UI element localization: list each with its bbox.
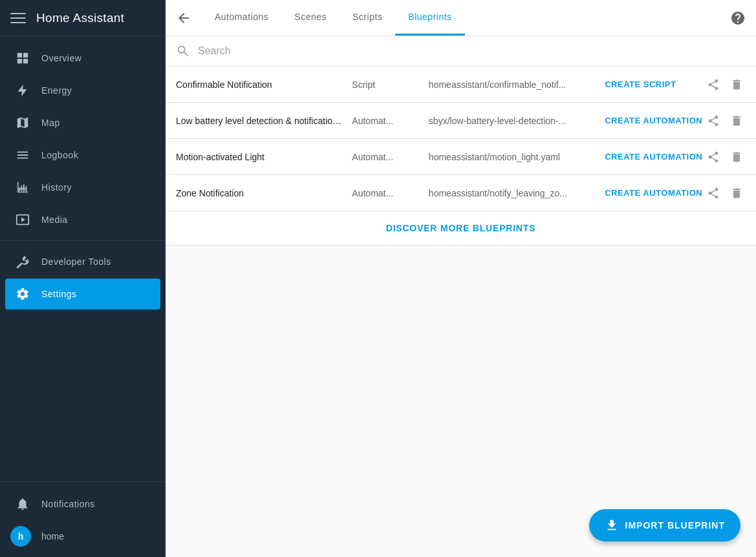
blueprint-type: Script <box>352 79 429 90</box>
help-button[interactable] <box>730 10 746 26</box>
svg-rect-10 <box>26 186 27 191</box>
sidebar-item-media[interactable]: Media <box>5 204 160 235</box>
svg-rect-3 <box>17 53 22 58</box>
import-blueprint-fab: IMPORT BLUEPRINT <box>589 509 740 541</box>
sidebar-item-map[interactable]: Map <box>5 107 160 138</box>
sidebar-bottom: Notifications h home <box>0 481 166 557</box>
svg-rect-8 <box>21 185 22 191</box>
map-icon <box>16 116 31 130</box>
list-icon <box>16 148 31 162</box>
blueprint-action-col: CREATE AUTOMATION <box>605 188 704 198</box>
svg-rect-7 <box>19 187 20 191</box>
svg-rect-5 <box>17 59 22 63</box>
sidebar-divider <box>0 240 166 241</box>
sidebar-item-label: Map <box>41 118 60 128</box>
blueprint-action-col: CREATE AUTOMATION <box>605 116 704 125</box>
create-automation-button-1[interactable]: CREATE AUTOMATION <box>605 116 702 125</box>
share-icon[interactable] <box>704 148 722 166</box>
blueprint-type: Automat... <box>352 116 429 126</box>
sidebar-nav: Overview Energy Map <box>0 36 166 481</box>
blueprint-name: Confirmable Notification <box>176 79 352 90</box>
delete-icon[interactable] <box>728 76 746 94</box>
blueprint-name: Low battery level detection & notificati… <box>176 116 352 126</box>
discover-more-link[interactable]: DISCOVER MORE BLUEPRINTS <box>386 223 536 233</box>
sidebar-item-history[interactable]: History <box>5 172 160 203</box>
share-icon[interactable] <box>704 112 722 130</box>
tab-blueprints[interactable]: Blueprints <box>395 0 464 36</box>
avatar: h <box>10 526 31 547</box>
sidebar-item-label: Energy <box>41 85 72 96</box>
svg-rect-4 <box>23 53 28 58</box>
sidebar-item-notifications[interactable]: Notifications <box>5 489 160 520</box>
blueprint-type: Automat... <box>352 188 429 198</box>
blueprint-path: homeassistant/motion_light.yaml <box>429 152 605 162</box>
sidebar-toggle-icon[interactable] <box>10 10 26 26</box>
import-blueprint-button[interactable]: IMPORT BLUEPRINT <box>589 509 740 541</box>
sidebar-item-logbook[interactable]: Logbook <box>5 140 160 171</box>
search-icon <box>176 44 190 58</box>
blueprints-table: Confirmable Notification Script homeassi… <box>166 67 756 557</box>
sidebar-user[interactable]: h home <box>0 521 166 552</box>
app-title: Home Assistant <box>36 11 124 25</box>
row-icons <box>704 184 746 202</box>
tab-scripts[interactable]: Scripts <box>340 0 395 36</box>
blueprint-name: Motion-activated Light <box>176 152 352 162</box>
row-icons <box>704 148 746 166</box>
search-bar <box>166 36 756 67</box>
import-button-label: IMPORT BLUEPRINT <box>625 520 725 531</box>
sidebar-item-overview[interactable]: Overview <box>5 43 160 74</box>
sidebar-item-energy[interactable]: Energy <box>5 75 160 106</box>
delete-icon[interactable] <box>728 148 746 166</box>
sidebar-item-label: Logbook <box>41 150 78 160</box>
svg-rect-1 <box>10 17 26 19</box>
svg-rect-0 <box>10 13 26 14</box>
tab-automations[interactable]: Automations <box>202 0 281 36</box>
create-automation-button-2[interactable]: CREATE AUTOMATION <box>605 152 702 162</box>
discover-more-row: DISCOVER MORE BLUEPRINTS <box>166 211 756 246</box>
blueprint-name: Zone Notification <box>176 188 352 198</box>
blueprint-path: homeassistant/confirmable_notif... <box>429 79 605 90</box>
sidebar-item-developer-tools[interactable]: Developer Tools <box>5 246 160 277</box>
sidebar-item-label: Settings <box>41 289 77 299</box>
svg-rect-9 <box>23 184 25 191</box>
sidebar-item-label: Overview <box>41 53 81 63</box>
tab-scenes[interactable]: Scenes <box>281 0 340 36</box>
svg-rect-2 <box>10 22 26 23</box>
blueprint-type: Automat... <box>352 152 429 162</box>
sidebar-item-label: Developer Tools <box>41 257 111 267</box>
search-input[interactable] <box>198 45 746 57</box>
share-icon[interactable] <box>704 76 722 94</box>
wrench-icon <box>16 255 31 269</box>
share-icon[interactable] <box>704 184 722 202</box>
bell-icon <box>16 497 31 511</box>
topnav-tabs: Automations Scenes Scripts Blueprints <box>202 0 730 36</box>
sidebar-item-label: History <box>41 182 72 193</box>
blueprint-path: sbyx/low-battery-level-detection-... <box>429 116 605 126</box>
delete-icon[interactable] <box>728 112 746 130</box>
sidebar: Home Assistant Overview Energy <box>0 0 166 557</box>
sidebar-item-settings[interactable]: Settings <box>5 278 160 310</box>
topnav: Automations Scenes Scripts Blueprints <box>166 0 756 36</box>
back-button[interactable] <box>176 10 191 26</box>
table-row: Zone Notification Automat... homeassista… <box>166 175 756 211</box>
sidebar-item-label: Notifications <box>41 499 95 509</box>
table-row: Motion-activated Light Automat... homeas… <box>166 139 756 175</box>
blueprint-path: homeassistant/notify_leaving_zo... <box>429 188 605 198</box>
grid-icon <box>16 51 31 65</box>
table-row: Confirmable Notification Script homeassi… <box>166 67 756 103</box>
blueprint-action-col: CREATE SCRIPT <box>605 79 704 89</box>
blueprint-action-col: CREATE AUTOMATION <box>605 152 704 162</box>
gear-icon <box>16 287 31 301</box>
create-automation-button-3[interactable]: CREATE AUTOMATION <box>605 188 702 198</box>
download-icon <box>605 518 619 532</box>
sidebar-item-label: Media <box>41 215 68 225</box>
sidebar-header: Home Assistant <box>0 0 166 36</box>
create-script-button[interactable]: CREATE SCRIPT <box>605 79 676 89</box>
chart-icon <box>16 180 31 194</box>
media-icon <box>16 213 31 227</box>
user-label: home <box>41 531 64 541</box>
row-icons <box>704 76 746 94</box>
delete-icon[interactable] <box>728 184 746 202</box>
main-content: Automations Scenes Scripts Blueprints <box>166 0 756 557</box>
lightning-icon <box>16 83 31 98</box>
